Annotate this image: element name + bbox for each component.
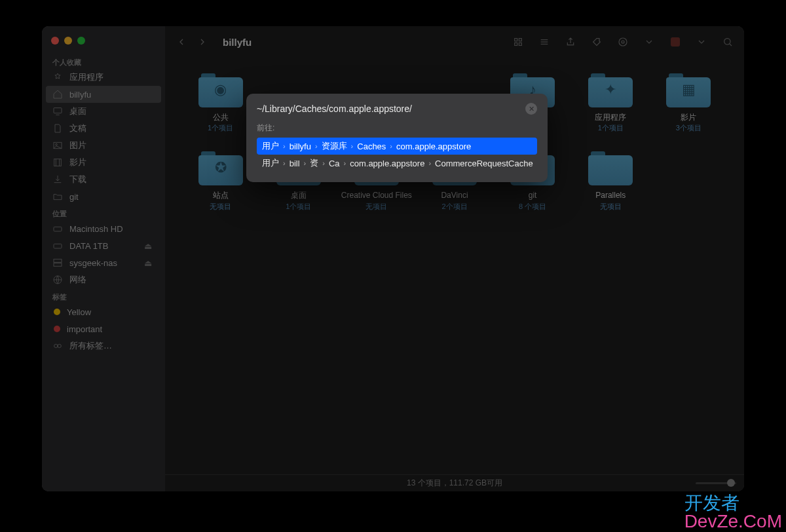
folder-item[interactable]: ◉公共1个项目 xyxy=(185,71,256,133)
maximize-button[interactable] xyxy=(77,37,85,45)
svg-point-13 xyxy=(58,344,61,347)
svg-rect-14 xyxy=(515,39,517,41)
folder-icon xyxy=(52,191,63,202)
window-title: billyfu xyxy=(223,37,252,48)
sidebar-item-billyfu[interactable]: billyfu xyxy=(46,86,161,103)
folder-count: 1个项目 xyxy=(598,123,624,133)
folder-item[interactable]: ✪站点无项目 xyxy=(185,149,256,211)
sidebar-item-网络[interactable]: 网络 xyxy=(42,271,165,288)
folder-count: 8 个项目 xyxy=(519,202,546,212)
sidebar-item-label: DATA 1TB xyxy=(69,241,108,251)
sidebar-section-header: 位置 xyxy=(42,205,165,220)
eject-icon[interactable]: ⏏ xyxy=(144,258,152,268)
sidebar-item-label: 影片 xyxy=(69,157,86,168)
dropdown-2[interactable] xyxy=(693,33,710,50)
svg-rect-0 xyxy=(54,108,62,113)
sidebar-item-影片[interactable]: 影片 xyxy=(42,154,165,171)
svg-line-24 xyxy=(730,44,732,46)
folder-name: 影片 xyxy=(681,113,696,122)
folder-item[interactable]: Parallels无项目 xyxy=(575,149,646,211)
folder-name: git xyxy=(529,191,537,200)
goto-label: 前往: xyxy=(257,123,537,134)
sidebar-item-下载[interactable]: 下载 xyxy=(42,171,165,188)
zoom-slider[interactable] xyxy=(696,478,735,487)
back-button[interactable] xyxy=(173,33,190,50)
sidebar-item-important[interactable]: important xyxy=(42,320,165,337)
window-controls xyxy=(42,33,165,54)
sidebar-item-桌面[interactable]: 桌面 xyxy=(42,103,165,120)
eject-icon[interactable]: ⏏ xyxy=(144,241,152,251)
folder-icon: ▦ xyxy=(665,71,712,109)
sidebar-item-文稿[interactable]: 文稿 xyxy=(42,120,165,137)
status-text: 13 个项目，111.72 GB可用 xyxy=(407,478,502,489)
sidebar-item-label: 桌面 xyxy=(69,105,86,117)
sidebar-item-label: 下载 xyxy=(69,174,86,185)
disk-icon xyxy=(52,223,63,234)
sidebar-item-label: 网络 xyxy=(69,274,86,286)
sidebar-item-label: 图片 xyxy=(69,140,86,151)
forward-button[interactable] xyxy=(194,33,211,50)
folder-count: 3个项目 xyxy=(676,123,702,133)
folder-name: 站点 xyxy=(213,191,229,200)
sidebar-item-label: Yellow xyxy=(67,307,91,317)
sidebar-item-git[interactable]: git xyxy=(42,188,165,205)
folder-name: 桌面 xyxy=(291,191,307,200)
sidebar-item-label: 所有标签… xyxy=(69,340,112,352)
svg-rect-17 xyxy=(519,43,521,45)
close-button[interactable] xyxy=(51,37,59,45)
goto-path-input[interactable]: ~/Library/Caches/com.apple.appstore/ xyxy=(257,104,519,114)
download-icon xyxy=(52,174,63,185)
home-icon xyxy=(52,89,63,100)
sidebar-item-Yellow[interactable]: Yellow xyxy=(42,303,165,320)
folder-name: DaVinci xyxy=(441,191,468,200)
sidebar-item-sysgeek-nas[interactable]: sysgeek-nas⏏ xyxy=(42,254,165,271)
svg-rect-10 xyxy=(54,263,62,267)
svg-point-3 xyxy=(56,143,58,145)
goto-suggestion[interactable]: 用户›bill›资›Ca›com.apple.appstore›Commerce… xyxy=(257,155,537,172)
folder-icon: ◉ xyxy=(197,71,244,109)
sidebar-item-Macintosh HD[interactable]: Macintosh HD xyxy=(42,220,165,237)
disk-icon xyxy=(52,240,63,251)
minimize-button[interactable] xyxy=(64,37,72,45)
sidebar-item-label: Macintosh HD xyxy=(69,224,123,234)
globe-icon xyxy=(52,275,63,285)
svg-rect-8 xyxy=(54,244,62,248)
folder-count: 无项目 xyxy=(600,202,622,212)
svg-rect-16 xyxy=(515,43,517,45)
group-button[interactable] xyxy=(536,33,553,50)
share-button[interactable] xyxy=(562,33,579,50)
folder-count: 无项目 xyxy=(365,202,387,212)
goto-suggestion[interactable]: 用户›billyfu›资源库›Caches›com.apple.appstore xyxy=(257,138,537,155)
sidebar-item-所有标签…[interactable]: 所有标签… xyxy=(42,337,165,354)
svg-point-23 xyxy=(724,39,730,45)
sidebar-item-label: 应用程序 xyxy=(69,71,103,83)
folder-item[interactable]: ✦应用程序1个项目 xyxy=(575,71,646,133)
svg-point-12 xyxy=(54,344,58,347)
sidebar-item-图片[interactable]: 图片 xyxy=(42,137,165,154)
sidebar-item-label: git xyxy=(69,192,79,202)
clear-input-button[interactable]: ✕ xyxy=(525,103,537,115)
alltags-icon xyxy=(52,341,63,351)
sidebar-item-label: important xyxy=(67,324,102,334)
tag-button[interactable] xyxy=(588,33,605,50)
svg-point-22 xyxy=(619,38,627,46)
folder-name: 应用程序 xyxy=(595,113,626,122)
app-icon xyxy=(52,72,63,83)
svg-rect-7 xyxy=(54,227,62,231)
sidebar-item-DATA 1TB[interactable]: DATA 1TB⏏ xyxy=(42,237,165,254)
svg-rect-4 xyxy=(54,159,62,166)
toolbar: billyfu xyxy=(165,26,744,58)
action-button[interactable] xyxy=(614,33,631,50)
sidebar-item-label: sysgeek-nas xyxy=(69,258,117,268)
svg-rect-9 xyxy=(54,259,62,263)
image-icon xyxy=(52,140,63,151)
red-tag-filter[interactable] xyxy=(667,33,684,50)
folder-item[interactable]: ▦影片3个项目 xyxy=(653,71,724,133)
sidebar-item-应用程序[interactable]: 应用程序 xyxy=(42,69,165,86)
folder-count: 无项目 xyxy=(210,202,231,212)
search-button[interactable] xyxy=(719,33,736,50)
view-icon-button[interactable] xyxy=(510,33,527,50)
desktop-icon xyxy=(52,106,63,117)
sidebar-item-label: 文稿 xyxy=(69,123,86,134)
dropdown-1[interactable] xyxy=(641,33,658,50)
